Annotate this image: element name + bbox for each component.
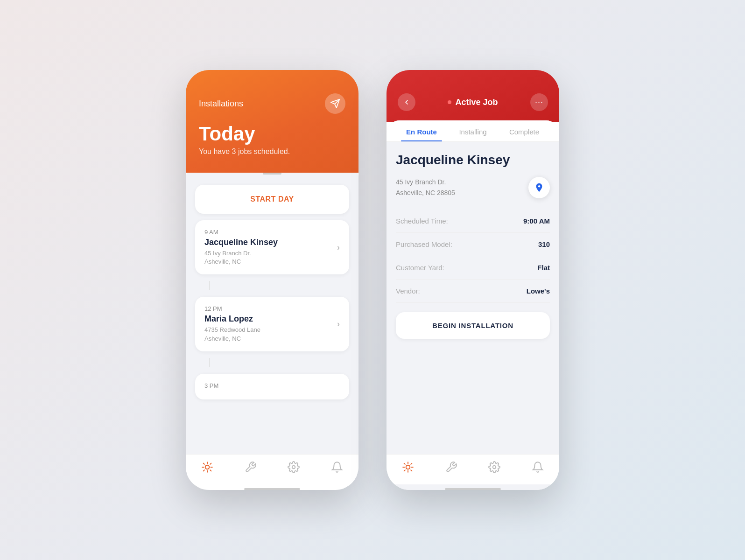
customer-name: Jacqueline Kinsey [396, 153, 550, 168]
svg-point-21 [493, 466, 496, 469]
begin-installation-button[interactable]: BEGIN INSTALLATION [396, 312, 550, 339]
job-card-1[interactable]: 9 AM Jacqueline Kinsey 45 Ivy Branch Dr.… [195, 220, 349, 274]
detail-row-yard: Customer Yard: Flat [396, 256, 550, 280]
job-card-1-content: 9 AM Jacqueline Kinsey 45 Ivy Branch Dr.… [204, 229, 278, 266]
job-2-address: 4735 Redwood Lane Asheville, NC [204, 326, 260, 343]
active-dot [448, 100, 451, 104]
customer-yard-label: Customer Yard: [396, 264, 444, 272]
send-icon [330, 98, 340, 109]
chevron-right-icon-1: › [337, 243, 340, 252]
left-nav-home[interactable] [201, 461, 213, 473]
right-nav-tools[interactable] [445, 461, 457, 473]
tab-en-route[interactable]: En Route [396, 120, 447, 141]
right-sun-icon [402, 461, 414, 473]
send-button[interactable] [325, 93, 345, 114]
left-nav-tools[interactable] [245, 461, 257, 473]
vendor-label: Vendor: [396, 287, 420, 295]
right-home-bar [445, 488, 501, 490]
left-nav-notifications[interactable] [331, 461, 343, 473]
svg-line-9 [204, 470, 204, 471]
tab-complete[interactable]: Complete [499, 120, 550, 141]
timeline-dot-1 [209, 281, 210, 290]
left-bottom-nav [186, 454, 358, 484]
bell-icon [331, 461, 343, 473]
left-header: Installations Today You have 3 jobs sche… [186, 70, 358, 173]
location-icon [534, 182, 544, 193]
job-1-time: 9 AM [204, 229, 278, 236]
svg-point-11 [292, 466, 295, 469]
left-phone: Installations Today You have 3 jobs sche… [186, 70, 358, 490]
svg-line-10 [210, 463, 211, 464]
svg-point-2 [205, 465, 210, 469]
detail-row-time: Scheduled Time: 9:00 AM [396, 210, 550, 233]
back-icon [403, 98, 410, 106]
job-card-2[interactable]: 12 PM Maria Lopez 4735 Redwood Lane Ashe… [195, 297, 349, 351]
chevron-right-icon-2: › [337, 319, 340, 329]
svg-line-18 [411, 470, 412, 471]
svg-line-7 [204, 463, 204, 464]
right-bottom-nav [387, 454, 559, 484]
job-card-2-content: 12 PM Maria Lopez 4735 Redwood Lane Ashe… [204, 305, 260, 343]
job-2-time: 12 PM [204, 305, 260, 312]
jobs-subtitle: You have 3 jobs scheduled. [199, 147, 345, 156]
right-tools-icon [445, 461, 457, 473]
svg-line-20 [411, 463, 412, 464]
right-nav-home[interactable] [402, 461, 414, 473]
detail-row-model: Purchased Model: 310 [396, 233, 550, 256]
svg-line-8 [210, 470, 211, 471]
purchased-model-value: 310 [538, 240, 550, 248]
scheduled-time-label: Scheduled Time: [396, 217, 448, 225]
tools-icon [245, 461, 257, 473]
svg-line-17 [404, 463, 405, 464]
detail-row-vendor: Vendor: Lowe's [396, 280, 550, 303]
detail-body: Jacqueline Kinsey 45 Ivy Branch Dr. Ashe… [387, 142, 559, 454]
purchased-model-label: Purchased Model: [396, 240, 452, 248]
left-header-title: Installations [199, 99, 243, 109]
job-3-time: 3 PM [204, 382, 340, 389]
active-job-title: Active Job [448, 98, 498, 107]
map-pin-button[interactable] [528, 177, 550, 198]
vendor-value: Lowe's [527, 287, 550, 295]
job-1-name: Jacqueline Kinsey [204, 238, 278, 247]
today-label: Today [199, 124, 345, 144]
job-1-address: 45 Ivy Branch Dr. Asheville, NC [204, 249, 278, 266]
customer-yard-value: Flat [537, 264, 550, 272]
start-day-label: START DAY [250, 195, 294, 203]
back-button[interactable] [398, 93, 415, 111]
right-nav-settings[interactable] [488, 461, 500, 473]
gear-icon [288, 461, 300, 473]
address-text: 45 Ivy Branch Dr. Asheville, NC 28805 [396, 177, 455, 198]
left-nav-settings[interactable] [288, 461, 300, 473]
sun-icon [201, 461, 213, 473]
more-button[interactable]: ··· [530, 93, 548, 111]
svg-point-12 [406, 465, 410, 469]
tabs-bar: En Route Installing Complete [387, 120, 559, 142]
scheduled-time-value: 9:00 AM [523, 217, 550, 225]
start-day-button[interactable]: START DAY [195, 185, 349, 214]
job-2-name: Maria Lopez [204, 314, 260, 324]
drag-bar [263, 173, 281, 175]
timeline-dot-2 [209, 358, 210, 367]
address-row: 45 Ivy Branch Dr. Asheville, NC 28805 [396, 177, 550, 198]
right-nav-notifications[interactable] [532, 461, 544, 473]
right-gear-icon [488, 461, 500, 473]
right-header: Active Job ··· [387, 70, 559, 122]
svg-line-19 [404, 470, 405, 471]
left-body: START DAY 9 AM Jacqueline Kinsey 45 Ivy … [186, 165, 358, 454]
right-phone: Active Job ··· En Route Installing Compl… [387, 70, 559, 490]
right-body: En Route Installing Complete Jacqueline … [387, 120, 559, 490]
left-home-bar [244, 488, 300, 490]
job-card-3-partial[interactable]: 3 PM [195, 374, 349, 399]
tab-installing[interactable]: Installing [447, 120, 499, 141]
right-bell-icon [532, 461, 544, 473]
